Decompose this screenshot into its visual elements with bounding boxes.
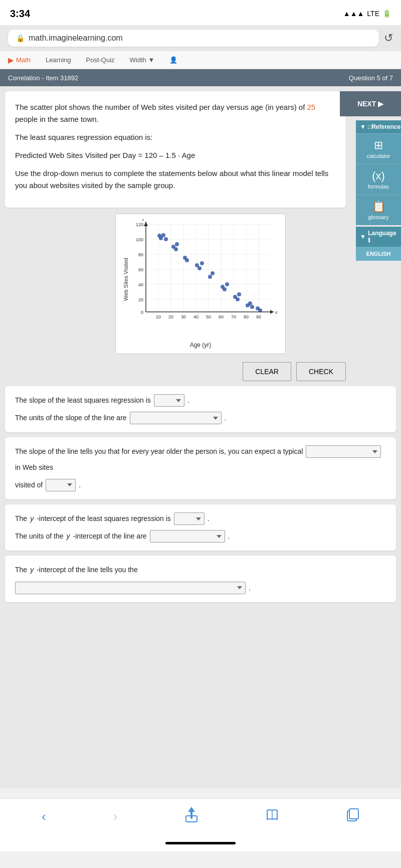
yint-prefix: The xyxy=(15,512,27,525)
yint-meaning-dropdown[interactable]: predicted number of Web sites visited pe… xyxy=(15,582,246,594)
language-triangle: ▼ xyxy=(360,233,366,240)
reference-panel: ▼ □Reference ⊞ calculator (x) formulas 📋… xyxy=(356,120,401,225)
svg-text:120: 120 xyxy=(136,222,143,227)
svg-text:70: 70 xyxy=(231,314,236,319)
svg-point-51 xyxy=(208,275,212,279)
svg-text:30: 30 xyxy=(181,314,186,319)
svg-text:x: x xyxy=(275,310,278,315)
svg-marker-65 xyxy=(188,807,195,812)
postquiz-tab[interactable]: Post-Quiz xyxy=(86,56,115,64)
svg-text:Web Sites Visited: Web Sites Visited xyxy=(123,258,129,301)
learning-tab[interactable]: Learning xyxy=(46,56,71,64)
slope-interp-prefix: The slope of the line tells you that for… xyxy=(15,445,303,458)
svg-text:0: 0 xyxy=(141,310,143,315)
svg-marker-19 xyxy=(270,310,274,314)
slope-units-suffix: . xyxy=(225,412,227,424)
forward-button[interactable]: › xyxy=(113,809,118,824)
slope-interp-suffix: . xyxy=(79,479,81,491)
math-tab[interactable]: ▶ Math xyxy=(8,56,31,65)
yint-interp-suffix: . xyxy=(249,582,251,594)
language-panel: ▼ Language ℹ ENGLISH xyxy=(356,227,401,261)
svg-text:90: 90 xyxy=(256,314,261,319)
question-text1: The scatter plot shows the number of Web… xyxy=(15,101,336,125)
home-indicator xyxy=(0,834,401,851)
math-label: Math xyxy=(16,56,31,64)
calculator-label: calculator xyxy=(366,153,390,159)
slope-value-dropdown[interactable]: -1.5 1.5 120 -120 xyxy=(154,394,184,407)
yint-value-dropdown[interactable]: 120 -1.5 1.5 -120 xyxy=(174,512,205,525)
book-button[interactable] xyxy=(265,808,279,825)
slope-value-row: The slope of the least squares regressio… xyxy=(15,394,386,407)
item-id: Correlation - Item 31892 xyxy=(8,74,78,82)
reference-header[interactable]: ▼ □Reference xyxy=(356,120,401,133)
status-time: 3:34 xyxy=(10,8,30,20)
svg-text:100: 100 xyxy=(136,237,143,242)
svg-text:40: 40 xyxy=(193,314,198,319)
reload-button[interactable]: ↺ xyxy=(384,32,393,45)
check-button[interactable]: CHECK xyxy=(296,362,346,381)
calculator-button[interactable]: ⊞ calculator xyxy=(356,133,401,164)
svg-text:50: 50 xyxy=(206,314,211,319)
slope-units-dropdown[interactable]: Web sites visited per year years per Web… xyxy=(130,412,222,424)
svg-point-42 xyxy=(164,237,168,241)
change-amount-dropdown[interactable]: 1.5 0.5 2 120 xyxy=(46,479,76,491)
svg-text:20: 20 xyxy=(138,297,143,302)
lock-icon: 🔒 xyxy=(16,34,25,42)
language-header[interactable]: ▼ Language ℹ xyxy=(356,227,401,247)
svg-point-58 xyxy=(237,292,241,296)
yint-units-middle: -intercept of the line are xyxy=(73,530,147,543)
status-bar: 3:34 ▲▲▲ LTE 🔋 xyxy=(0,0,401,25)
svg-point-61 xyxy=(250,305,254,309)
yint-units-dropdown[interactable]: Web sites visited years Web sites per ye… xyxy=(150,530,225,543)
slope-suffix: . xyxy=(187,394,189,407)
svg-rect-69 xyxy=(349,809,358,819)
battery-icon: 🔋 xyxy=(382,10,391,18)
svg-text:60: 60 xyxy=(138,267,143,272)
slope-interp-middle: in Web sites xyxy=(15,461,53,474)
yint-interp-prefix: The xyxy=(15,564,27,576)
svg-text:80: 80 xyxy=(244,314,249,319)
visited-of-label: visited of xyxy=(15,479,43,491)
reference-triangle: ▼ xyxy=(360,123,366,130)
yint-interp-row2: predicted number of Web sites visited pe… xyxy=(15,582,386,594)
change-type-dropdown[interactable]: decrease increase change xyxy=(306,445,381,458)
url-text: math.imaginelearning.com xyxy=(29,34,123,43)
svg-text:60: 60 xyxy=(219,314,224,319)
svg-point-50 xyxy=(200,261,204,265)
yint-section: The y-intercept of the least squares reg… xyxy=(5,504,396,551)
url-bar[interactable]: 🔒 math.imaginelearning.com xyxy=(8,30,379,47)
highlight-25: 25 xyxy=(307,103,316,111)
yint-italic: y xyxy=(30,512,34,525)
back-button[interactable]: ‹ xyxy=(42,809,46,824)
avatar: 👤 xyxy=(169,56,177,64)
svg-point-45 xyxy=(175,242,179,246)
svg-point-52 xyxy=(211,271,215,275)
copy-button[interactable] xyxy=(346,808,359,825)
question-count: Question 5 of 7 xyxy=(349,74,393,82)
width-tab[interactable]: Width ▼ xyxy=(130,56,155,64)
yint-interp-italic: y xyxy=(30,564,34,576)
formulas-button[interactable]: (x) formulas xyxy=(356,164,401,195)
nav-tabs: ▶ Math Learning Post-Quiz Width ▼ 👤 xyxy=(0,51,401,69)
svg-point-63 xyxy=(258,308,262,312)
slope-section: The slope of the least squares regressio… xyxy=(5,386,396,432)
reference-label: □Reference xyxy=(368,123,400,130)
main-content: NEXT ▶ ▼ □Reference ⊞ calculator (x) for… xyxy=(0,86,401,788)
clear-button[interactable]: CLEAR xyxy=(243,362,291,381)
yint-units-suffix: . xyxy=(228,530,230,543)
buttons-row: CLEAR CHECK xyxy=(5,362,346,381)
reference-items: ⊞ calculator (x) formulas 📋 glossary xyxy=(356,133,401,225)
slope-units-prefix: The units of the slope of the line are xyxy=(15,412,127,424)
status-icons: ▲▲▲ LTE 🔋 xyxy=(343,10,391,18)
svg-point-47 xyxy=(185,258,189,262)
svg-point-49 xyxy=(197,266,202,270)
calculator-icon: ⊞ xyxy=(359,139,398,152)
english-button[interactable]: ENGLISH xyxy=(356,247,401,261)
yint-suffix: . xyxy=(208,512,210,525)
yint-units-prefix: The units of the xyxy=(15,530,64,543)
svg-point-55 xyxy=(225,282,229,286)
glossary-button[interactable]: 📋 glossary xyxy=(356,195,401,225)
chart-x-label: Age (yr) xyxy=(121,341,280,349)
share-button[interactable] xyxy=(185,807,198,826)
next-button[interactable]: NEXT ▶ xyxy=(340,91,401,116)
